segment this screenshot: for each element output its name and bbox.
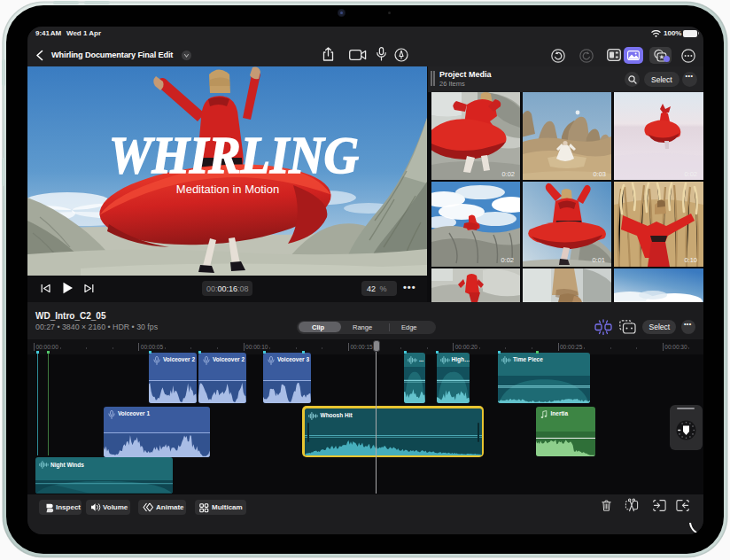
svg-text:0:02: 0:02 bbox=[684, 170, 697, 178]
svg-text:0:02: 0:02 bbox=[501, 170, 515, 178]
svg-text:0:10: 0:10 bbox=[684, 256, 697, 264]
svg-text:0:03: 0:03 bbox=[593, 170, 606, 178]
svg-text:0:02: 0:02 bbox=[501, 256, 514, 264]
svg-text:Meditation in Motion: Meditation in Motion bbox=[176, 183, 279, 196]
svg-text:WHIRLING: WHIRLING bbox=[109, 126, 359, 184]
svg-text:0:01: 0:01 bbox=[592, 256, 605, 264]
